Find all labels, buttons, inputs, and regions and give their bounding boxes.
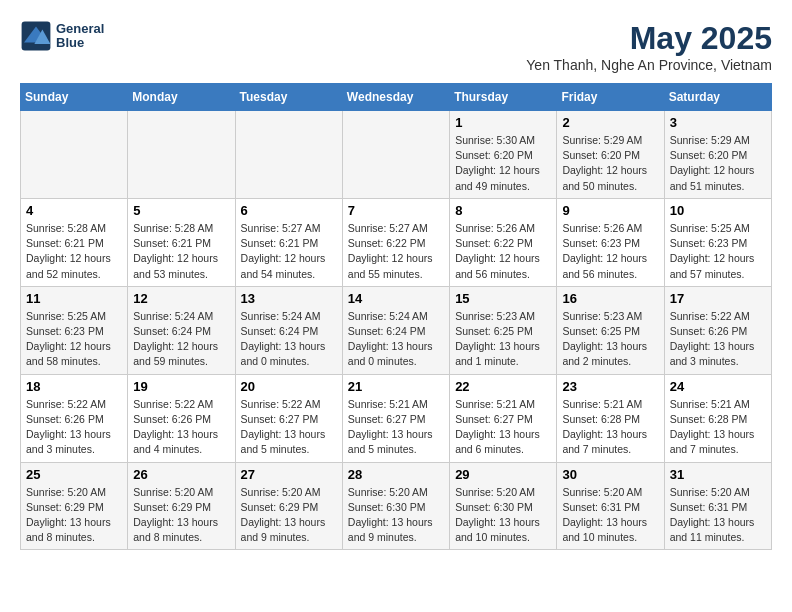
day-info: Sunrise: 5:21 AMSunset: 6:28 PMDaylight:… — [562, 397, 658, 458]
day-number: 30 — [562, 467, 658, 482]
day-number: 21 — [348, 379, 444, 394]
day-info: Sunrise: 5:27 AMSunset: 6:21 PMDaylight:… — [241, 221, 337, 282]
day-info: Sunrise: 5:27 AMSunset: 6:22 PMDaylight:… — [348, 221, 444, 282]
day-info: Sunrise: 5:21 AMSunset: 6:27 PMDaylight:… — [348, 397, 444, 458]
calendar-cell: 11Sunrise: 5:25 AMSunset: 6:23 PMDayligh… — [21, 286, 128, 374]
day-header-monday: Monday — [128, 84, 235, 111]
day-number: 5 — [133, 203, 229, 218]
calendar-cell: 2Sunrise: 5:29 AMSunset: 6:20 PMDaylight… — [557, 111, 664, 199]
days-header-row: SundayMondayTuesdayWednesdayThursdayFrid… — [21, 84, 772, 111]
day-number: 13 — [241, 291, 337, 306]
day-number: 20 — [241, 379, 337, 394]
calendar-cell — [342, 111, 449, 199]
day-info: Sunrise: 5:20 AMSunset: 6:29 PMDaylight:… — [241, 485, 337, 546]
calendar-cell: 29Sunrise: 5:20 AMSunset: 6:30 PMDayligh… — [450, 462, 557, 550]
day-info: Sunrise: 5:22 AMSunset: 6:26 PMDaylight:… — [670, 309, 766, 370]
calendar-cell: 17Sunrise: 5:22 AMSunset: 6:26 PMDayligh… — [664, 286, 771, 374]
day-header-tuesday: Tuesday — [235, 84, 342, 111]
logo: General Blue — [20, 20, 104, 52]
day-header-thursday: Thursday — [450, 84, 557, 111]
day-number: 28 — [348, 467, 444, 482]
day-number: 1 — [455, 115, 551, 130]
calendar-cell: 24Sunrise: 5:21 AMSunset: 6:28 PMDayligh… — [664, 374, 771, 462]
day-number: 4 — [26, 203, 122, 218]
calendar-cell: 1Sunrise: 5:30 AMSunset: 6:20 PMDaylight… — [450, 111, 557, 199]
calendar-cell — [128, 111, 235, 199]
day-info: Sunrise: 5:25 AMSunset: 6:23 PMDaylight:… — [670, 221, 766, 282]
day-info: Sunrise: 5:24 AMSunset: 6:24 PMDaylight:… — [241, 309, 337, 370]
calendar-cell: 3Sunrise: 5:29 AMSunset: 6:20 PMDaylight… — [664, 111, 771, 199]
day-info: Sunrise: 5:29 AMSunset: 6:20 PMDaylight:… — [670, 133, 766, 194]
calendar-subtitle: Yen Thanh, Nghe An Province, Vietnam — [526, 57, 772, 73]
day-number: 29 — [455, 467, 551, 482]
calendar-cell: 25Sunrise: 5:20 AMSunset: 6:29 PMDayligh… — [21, 462, 128, 550]
day-header-friday: Friday — [557, 84, 664, 111]
day-info: Sunrise: 5:20 AMSunset: 6:31 PMDaylight:… — [670, 485, 766, 546]
day-info: Sunrise: 5:29 AMSunset: 6:20 PMDaylight:… — [562, 133, 658, 194]
day-info: Sunrise: 5:26 AMSunset: 6:23 PMDaylight:… — [562, 221, 658, 282]
day-info: Sunrise: 5:26 AMSunset: 6:22 PMDaylight:… — [455, 221, 551, 282]
day-header-sunday: Sunday — [21, 84, 128, 111]
day-number: 7 — [348, 203, 444, 218]
day-info: Sunrise: 5:20 AMSunset: 6:30 PMDaylight:… — [455, 485, 551, 546]
calendar-cell: 31Sunrise: 5:20 AMSunset: 6:31 PMDayligh… — [664, 462, 771, 550]
calendar-cell — [235, 111, 342, 199]
calendar-cell: 19Sunrise: 5:22 AMSunset: 6:26 PMDayligh… — [128, 374, 235, 462]
calendar-cell: 5Sunrise: 5:28 AMSunset: 6:21 PMDaylight… — [128, 198, 235, 286]
day-number: 19 — [133, 379, 229, 394]
day-number: 26 — [133, 467, 229, 482]
day-info: Sunrise: 5:20 AMSunset: 6:29 PMDaylight:… — [26, 485, 122, 546]
calendar-cell: 22Sunrise: 5:21 AMSunset: 6:27 PMDayligh… — [450, 374, 557, 462]
day-number: 16 — [562, 291, 658, 306]
day-info: Sunrise: 5:24 AMSunset: 6:24 PMDaylight:… — [348, 309, 444, 370]
day-number: 27 — [241, 467, 337, 482]
calendar-cell: 27Sunrise: 5:20 AMSunset: 6:29 PMDayligh… — [235, 462, 342, 550]
calendar-cell: 7Sunrise: 5:27 AMSunset: 6:22 PMDaylight… — [342, 198, 449, 286]
calendar-cell: 16Sunrise: 5:23 AMSunset: 6:25 PMDayligh… — [557, 286, 664, 374]
day-info: Sunrise: 5:21 AMSunset: 6:28 PMDaylight:… — [670, 397, 766, 458]
day-number: 18 — [26, 379, 122, 394]
page-header: General Blue May 2025 Yen Thanh, Nghe An… — [20, 20, 772, 73]
day-info: Sunrise: 5:24 AMSunset: 6:24 PMDaylight:… — [133, 309, 229, 370]
day-info: Sunrise: 5:28 AMSunset: 6:21 PMDaylight:… — [26, 221, 122, 282]
calendar-table: SundayMondayTuesdayWednesdayThursdayFrid… — [20, 83, 772, 550]
day-header-saturday: Saturday — [664, 84, 771, 111]
day-number: 3 — [670, 115, 766, 130]
day-info: Sunrise: 5:28 AMSunset: 6:21 PMDaylight:… — [133, 221, 229, 282]
day-number: 11 — [26, 291, 122, 306]
calendar-cell: 23Sunrise: 5:21 AMSunset: 6:28 PMDayligh… — [557, 374, 664, 462]
logo-line2: Blue — [56, 36, 104, 50]
day-number: 22 — [455, 379, 551, 394]
calendar-cell: 14Sunrise: 5:24 AMSunset: 6:24 PMDayligh… — [342, 286, 449, 374]
calendar-cell: 20Sunrise: 5:22 AMSunset: 6:27 PMDayligh… — [235, 374, 342, 462]
day-number: 25 — [26, 467, 122, 482]
day-number: 10 — [670, 203, 766, 218]
day-number: 9 — [562, 203, 658, 218]
title-block: May 2025 Yen Thanh, Nghe An Province, Vi… — [526, 20, 772, 73]
calendar-week-3: 11Sunrise: 5:25 AMSunset: 6:23 PMDayligh… — [21, 286, 772, 374]
day-info: Sunrise: 5:21 AMSunset: 6:27 PMDaylight:… — [455, 397, 551, 458]
day-number: 14 — [348, 291, 444, 306]
calendar-week-1: 1Sunrise: 5:30 AMSunset: 6:20 PMDaylight… — [21, 111, 772, 199]
day-info: Sunrise: 5:22 AMSunset: 6:27 PMDaylight:… — [241, 397, 337, 458]
calendar-week-4: 18Sunrise: 5:22 AMSunset: 6:26 PMDayligh… — [21, 374, 772, 462]
day-info: Sunrise: 5:23 AMSunset: 6:25 PMDaylight:… — [455, 309, 551, 370]
calendar-cell: 26Sunrise: 5:20 AMSunset: 6:29 PMDayligh… — [128, 462, 235, 550]
logo-icon — [20, 20, 52, 52]
calendar-cell: 9Sunrise: 5:26 AMSunset: 6:23 PMDaylight… — [557, 198, 664, 286]
calendar-cell: 12Sunrise: 5:24 AMSunset: 6:24 PMDayligh… — [128, 286, 235, 374]
day-info: Sunrise: 5:25 AMSunset: 6:23 PMDaylight:… — [26, 309, 122, 370]
day-number: 2 — [562, 115, 658, 130]
day-number: 24 — [670, 379, 766, 394]
calendar-cell: 21Sunrise: 5:21 AMSunset: 6:27 PMDayligh… — [342, 374, 449, 462]
logo-text: General Blue — [56, 22, 104, 51]
calendar-cell: 4Sunrise: 5:28 AMSunset: 6:21 PMDaylight… — [21, 198, 128, 286]
day-number: 6 — [241, 203, 337, 218]
day-info: Sunrise: 5:20 AMSunset: 6:30 PMDaylight:… — [348, 485, 444, 546]
calendar-cell: 13Sunrise: 5:24 AMSunset: 6:24 PMDayligh… — [235, 286, 342, 374]
calendar-week-2: 4Sunrise: 5:28 AMSunset: 6:21 PMDaylight… — [21, 198, 772, 286]
day-header-wednesday: Wednesday — [342, 84, 449, 111]
day-info: Sunrise: 5:20 AMSunset: 6:31 PMDaylight:… — [562, 485, 658, 546]
calendar-title: May 2025 — [526, 20, 772, 57]
day-number: 23 — [562, 379, 658, 394]
